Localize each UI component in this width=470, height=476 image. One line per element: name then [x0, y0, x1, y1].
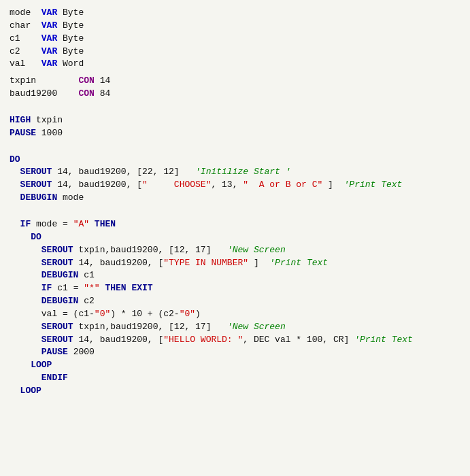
code-line: txpin CON 14 [10, 75, 460, 88]
blank-line [10, 101, 460, 110]
code-line: DEBUGIN mode [10, 192, 460, 205]
code-line: LOOP [10, 385, 460, 398]
code-line: c2 VAR Byte [10, 46, 460, 58]
code-line: DO [10, 154, 460, 167]
code-editor: mode VAR Byte char VAR Byte c1 VAR Byte … [0, 0, 470, 476]
code-line: LOOP [10, 359, 460, 372]
code-line: SEROUT 14, baud19200, ["HELLO WORLD: ", … [10, 334, 460, 347]
code-line: IF c1 = "*" THEN EXIT [10, 282, 460, 295]
code-line: char VAR Byte [10, 20, 460, 33]
code-line: DEBUGIN c1 [10, 269, 460, 282]
code-line: val VAR Word [10, 58, 460, 71]
code-line: IF mode = "A" THEN [10, 218, 460, 231]
code-line: val = (c1-"0") * 10 + (c2-"0") [10, 308, 460, 321]
blank-line [10, 205, 460, 214]
code-line: c1 VAR Byte [10, 33, 460, 46]
code-line: SEROUT txpin,baud19200, [12, 17] 'New Sc… [10, 244, 460, 257]
code-line: baud19200 CON 84 [10, 88, 460, 101]
code-line: SEROUT txpin,baud19200, [12, 17] 'New Sc… [10, 321, 460, 334]
code-line: PAUSE 2000 [10, 346, 460, 359]
code-line: SEROUT 14, baud19200, ["TYPE IN NUMBER" … [10, 257, 460, 270]
code-line: HIGH txpin [10, 114, 460, 127]
code-line: PAUSE 1000 [10, 127, 460, 140]
code-line: SEROUT 14, baud19200, [22, 12] 'Initiliz… [10, 166, 460, 179]
code-line: ENDIF [10, 372, 460, 385]
code-line: DO [10, 231, 460, 244]
code-line: mode VAR Byte [10, 7, 460, 20]
blank-line [10, 140, 460, 150]
code-line: SEROUT 14, baud19200, [" CHOOSE", 13, " … [10, 179, 460, 192]
code-line: DEBUGIN c2 [10, 295, 460, 308]
